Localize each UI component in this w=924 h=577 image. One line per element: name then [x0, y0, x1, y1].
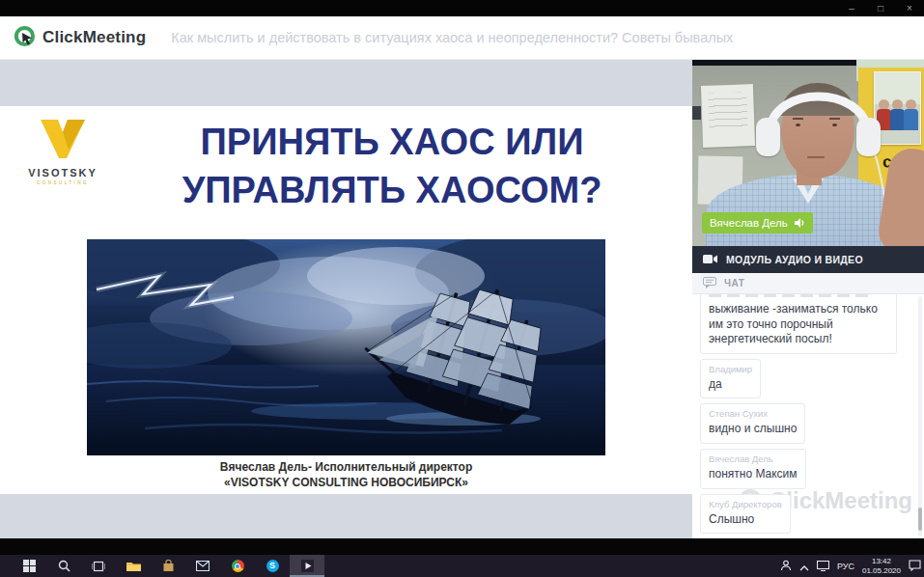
search-icon[interactable] [46, 555, 81, 577]
slide: VISOTSKY CONSULTING ПРИНЯТЬ ХАОС ИЛИ УПР… [0, 106, 692, 494]
clock-date: 01.05.2020 [862, 566, 901, 575]
clickmeeting-logo: ClickMeeting [14, 25, 146, 51]
chat-text: выживание -заниматься только им это точн… [709, 302, 888, 347]
visotsky-logo: VISOTSKY CONSULTING [19, 120, 106, 185]
chat-text: понятно Максим [709, 467, 798, 482]
chat-author: Клуб Директоров [709, 499, 782, 509]
brand-name: ClickMeeting [42, 28, 146, 47]
clock-time: 13:42 [872, 557, 891, 565]
chat-author: Владимир [709, 364, 752, 374]
window-titlebar: – □ × [0, 0, 924, 16]
language-indicator[interactable]: РУС [837, 562, 854, 571]
webcam-video: ске! [692, 60, 924, 246]
mail-icon[interactable] [185, 555, 220, 577]
visotsky-logo-subtext: CONSULTING [19, 180, 106, 185]
slide-title-line2: УПРАВЛЯТЬ ХАОСОМ? [104, 166, 680, 214]
module-header-label: МОДУЛЬ АУДИО И ВИДЕО [726, 254, 863, 265]
display-icon[interactable] [817, 558, 829, 575]
minimize-button[interactable]: – [837, 0, 866, 16]
chat-scrollbar-thumb[interactable] [918, 508, 922, 531]
slide-caption-line1: Вячеслав Дель- Исполнительный директор [0, 459, 692, 475]
skype-icon[interactable]: S [255, 555, 290, 577]
chrome-icon[interactable] [220, 555, 255, 577]
storm-ship-image [87, 239, 605, 455]
visotsky-logo-text: VISOTSKY [19, 167, 106, 179]
chat-message: Вячеслав Дель понятно Максим [700, 449, 806, 489]
chevron-up-icon[interactable] [799, 558, 809, 575]
chat-scrollbar[interactable] [918, 296, 922, 536]
people-icon[interactable] [780, 558, 792, 575]
chat-author: Степан Сухих [709, 408, 797, 419]
main-area: VISOTSKY CONSULTING ПРИНЯТЬ ХАОС ИЛИ УПР… [0, 60, 924, 538]
chat-section-header[interactable]: ЧАТ [692, 273, 924, 294]
taskbar-app-icons: S [12, 555, 324, 577]
headphone-cup [756, 118, 780, 156]
task-view-button[interactable] [81, 555, 116, 577]
chat-bubble-icon [703, 275, 716, 292]
system-tray: РУС 13:42 01.05.2020 [780, 555, 921, 577]
slide-caption: Вячеслав Дель- Исполнительный директор «… [0, 459, 692, 490]
speaker-name-badge: Вячеслав Дель [702, 212, 813, 234]
watermark-text: ClickMeeting [770, 487, 912, 514]
chat-message: Владимир да [700, 359, 761, 399]
app-header: ClickMeeting Как мыслить и действовать в… [0, 16, 924, 60]
chat-message: выживание -заниматься только им это точн… [700, 294, 897, 354]
slide-caption-line2: «VISOTSKY CONSULTING НОВОСИБИРСК» [0, 475, 692, 490]
clickmeeting-logo-icon [14, 25, 36, 51]
slide-title: ПРИНЯТЬ ХАОС ИЛИ УПРАВЛЯТЬ ХАОСОМ? [104, 118, 680, 214]
clock[interactable]: 13:42 01.05.2020 [862, 557, 901, 575]
camera-icon [703, 251, 717, 268]
slide-title-line1: ПРИНЯТЬ ХАОС ИЛИ [104, 118, 680, 166]
clipped-text-line [709, 294, 871, 297]
chat-text: Слышно [709, 512, 782, 528]
windows-taskbar: S [0, 555, 924, 577]
chat-header-label: ЧАТ [724, 278, 744, 288]
speaker-name: Вячеслав Дель [710, 217, 788, 229]
chat-author: Вячеслав Дель [709, 453, 798, 464]
chat-text: да [709, 377, 752, 393]
video-letterbox-bottom [0, 538, 924, 555]
file-explorer-icon[interactable] [116, 555, 151, 577]
sidebar: ске! [692, 60, 924, 538]
chat-text: видно и слышно [709, 422, 797, 437]
close-button[interactable]: × [895, 0, 924, 16]
presentation-stage: VISOTSKY CONSULTING ПРИНЯТЬ ХАОС ИЛИ УПР… [0, 60, 692, 538]
webinar-title: Как мыслить и действовать в ситуациях ха… [171, 30, 733, 45]
chat-message: Клуб Директоров Слышно [700, 494, 791, 535]
chat-messages-area[interactable]: выживание -заниматься только им это точн… [692, 294, 924, 538]
notifications-icon[interactable] [909, 558, 921, 575]
headphone-cup [856, 118, 881, 156]
visotsky-v-icon [35, 120, 91, 160]
maximize-button[interactable]: □ [866, 0, 895, 16]
chat-message: Степан Сухих видно и слышно [700, 403, 805, 444]
movies-app-icon-active[interactable] [290, 555, 324, 577]
store-icon[interactable] [151, 555, 185, 577]
speaker-audio-icon[interactable] [795, 214, 805, 232]
start-button[interactable] [12, 555, 46, 577]
audio-video-module-header[interactable]: МОДУЛЬ АУДИО И ВИДЕО [692, 246, 924, 273]
screen: – □ × ClickMeeting Как мыслить и действо… [0, 0, 924, 577]
